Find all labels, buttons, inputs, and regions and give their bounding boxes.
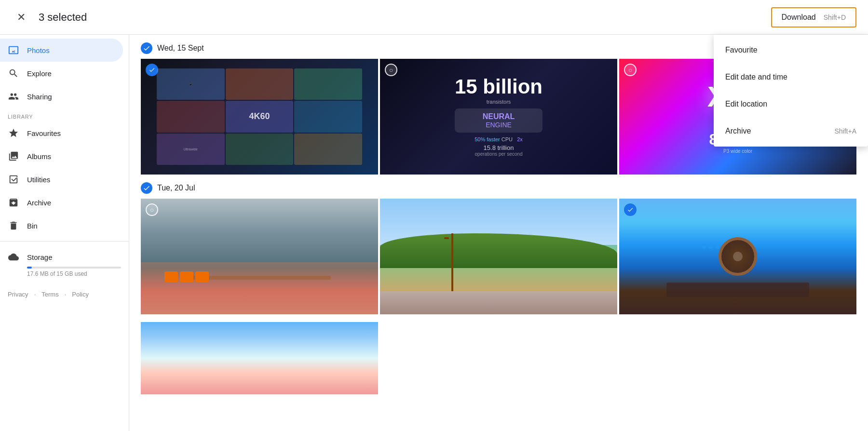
download-label: Download [782,13,816,22]
photo-cell-neural[interactable]: ○ 15 billion transistors NEURAL ENGINE 5… [380,59,617,175]
sidebar-explore-label: Explore [27,69,52,78]
menu-item-favourite[interactable]: Favourite [714,37,868,64]
sidebar-favourites-label: Favourites [27,129,61,137]
date-group-bottom: ○ [141,322,856,394]
photo-grid-jul: ○ [141,199,856,314]
iphone-photo-content: 📱 4K60 Ultrawide [141,59,378,175]
terms-link[interactable]: Terms [41,291,58,298]
sidebar-sharing-label: Sharing [27,93,52,101]
date-label-sept: Wed, 15 Sept [157,44,204,53]
boat-steering-wheel [719,237,757,276]
privacy-link[interactable]: Privacy [8,291,28,298]
storage-bar-fill [27,267,32,269]
sidebar-item-sharing[interactable]: Sharing [0,85,123,108]
sidebar-divider [0,241,129,242]
albums-icon [8,150,19,162]
sidebar-photos-label: Photos [27,46,50,54]
library-section-label: LIBRARY [0,108,129,121]
photos-icon [8,44,19,56]
storage-section: Storage 17.6 MB of 15 GB used [0,245,129,283]
date-header-jul: Tue, 20 Jul [141,182,856,194]
boat-photo-content [619,199,856,314]
close-button[interactable]: ✕ [12,8,31,27]
dot-sep2: · [65,291,67,298]
bottom-photo-content [141,322,378,394]
header: ✕ 3 selected Download Shift+D [0,0,868,35]
storage-icon [8,251,19,263]
date-group-jul: Tue, 20 Jul ○ [141,182,856,314]
sidebar-item-explore[interactable]: Explore [0,62,123,85]
sidebar-archive-label: Archive [27,199,51,207]
sidebar: Photos Explore Sharing LIBRARY [0,35,129,431]
menu-item-archive[interactable]: Archive Shift+A [714,118,868,145]
date-label-jul: Tue, 20 Jul [157,184,195,192]
archive-label: Archive [725,127,751,135]
selected-count: 3 selected [39,11,771,24]
archive-shortcut: Shift+A [834,127,856,135]
sidebar-utilities-label: Utilities [27,175,50,184]
sidebar-item-albums[interactable]: Albums [0,145,123,168]
utilities-icon [8,174,19,185]
photo-cell-iphone[interactable]: 📱 4K60 Ultrawide [141,59,378,175]
lake-photo-content [141,199,378,314]
context-menu: Favourite Edit date and time Edit locati… [714,35,868,147]
sidebar-item-utilities[interactable]: Utilities [0,168,123,191]
bin-icon [8,220,19,231]
sidebar-item-archive[interactable]: Archive [0,191,123,214]
sidebar-bin-label: Bin [27,222,38,230]
storage-used-text: 17.6 MB of 15 GB used [27,270,121,277]
download-shortcut: Shift+D [824,13,846,21]
photo-cell-lake[interactable]: ○ [141,199,378,314]
sharing-icon [8,91,19,102]
edit-date-time-label: Edit date and time [725,73,787,81]
photo-cell-boat[interactable] [619,199,856,314]
sidebar-item-bin[interactable]: Bin [0,214,123,237]
photo-cell-bottom[interactable]: ○ [141,322,378,394]
photo-grid-bottom: ○ [141,322,856,394]
policy-link[interactable]: Policy [72,291,89,298]
neural-photo-content: 15 billion transistors NEURAL ENGINE 50%… [380,59,617,175]
date-check-jul[interactable] [141,182,152,194]
dot-sep1: · [34,291,36,298]
edit-location-label: Edit location [725,100,767,108]
menu-item-edit-date-time[interactable]: Edit date and time [714,64,868,91]
explore-icon [8,67,19,79]
menu-item-edit-location[interactable]: Edit location [714,91,868,118]
promenade-photo-content [380,199,617,314]
favourite-label: Favourite [725,46,758,54]
date-check-sept[interactable] [141,42,152,54]
favourites-icon [8,127,19,139]
archive-icon [8,197,19,208]
storage-label-text: Storage [27,253,53,261]
photo-cell-promenade[interactable] [380,199,617,314]
sidebar-item-favourites[interactable]: Favourites [0,121,123,145]
sidebar-albums-label: Albums [27,152,51,161]
storage-bar-bg [27,267,121,269]
sidebar-item-photos[interactable]: Photos [0,39,123,62]
download-button[interactable]: Download Shift+D [771,7,856,27]
